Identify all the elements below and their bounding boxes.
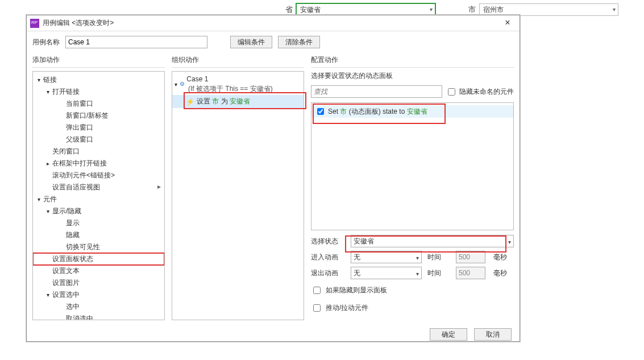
anim-in-time[interactable]: 500 <box>456 251 485 263</box>
tree-item[interactable]: 在框架中打开链接 <box>33 158 164 169</box>
action-tree[interactable]: 链接打开链接当前窗口新窗口/新标签弹出窗口父级窗口关闭窗口在框架中打开链接滚动到… <box>32 71 165 320</box>
tree-item[interactable]: 设置图片 <box>33 277 164 289</box>
tree-item-label: 打开链接 <box>52 88 80 96</box>
search-input[interactable] <box>311 85 442 98</box>
tree-item[interactable]: 父级窗口 <box>33 134 164 146</box>
top-row: 用例名称 编辑条件 清除条件 <box>27 31 520 53</box>
anim-in-label: 进入动画 <box>311 253 345 262</box>
tree-item-label: 在框架中打开链接 <box>52 159 107 167</box>
item-checkbox[interactable] <box>317 108 324 115</box>
show-if-hidden-checkbox[interactable]: 如果隐藏则显示面板 <box>311 284 514 297</box>
close-button[interactable]: × <box>499 17 516 30</box>
city-field: 市 宿州市 <box>468 3 618 16</box>
ms-label-2: 毫秒 <box>493 268 514 278</box>
condition-row: (If 被选项于 This == 安徽省) <box>172 84 304 95</box>
collapse-icon[interactable] <box>47 159 52 167</box>
right-subhead: 选择要设置状态的动态面板 <box>311 71 514 81</box>
ms-label-1: 毫秒 <box>493 253 514 262</box>
anim-in-dropdown[interactable]: 无 <box>351 251 422 263</box>
tree-item[interactable]: 显示 <box>33 217 164 229</box>
tree-item[interactable]: 元件 <box>33 193 164 205</box>
tree-item[interactable]: 取消选中 <box>33 313 164 320</box>
tree-item-label: 新窗口/新标签 <box>66 111 109 119</box>
bolt-icon: ⚡ <box>186 98 194 106</box>
anim-out-dropdown[interactable]: 无 <box>351 267 422 279</box>
province-select[interactable]: 安徽省 <box>296 3 435 16</box>
case-name-label: 用例名称 <box>32 38 60 47</box>
tree-item[interactable]: 关闭窗口 <box>33 146 164 158</box>
organize-tree[interactable]: Case 1 (If 被选项于 This == 安徽省) ⚡ 设置 市 为 安徽… <box>172 71 304 320</box>
tree-item-label: 滚动到元件<锚链接> <box>52 171 115 179</box>
chevron-right-icon: ▸ <box>157 183 164 191</box>
city-label: 市 <box>468 5 476 15</box>
anim-out-label: 退出动画 <box>311 268 345 278</box>
configure-action-panel: 配置动作 选择要设置状态的动态面板 隐藏未命名的元件 Set 市 (动态面板) … <box>311 53 514 320</box>
tree-item[interactable]: 弹出窗口 <box>33 122 164 134</box>
organize-action-panel: 组织动作 Case 1 (If 被选项于 This == 安徽省) ⚡ 设置 市… <box>172 53 304 320</box>
tree-item-label: 关闭窗口 <box>52 147 80 155</box>
dialog-title: 用例编辑 <选项改变时> <box>43 18 499 28</box>
tree-item[interactable]: 设置自适应视图 ▸ <box>33 181 164 193</box>
case-label: Case 1 <box>186 75 208 83</box>
tree-item-label: 弹出窗口 <box>66 123 93 131</box>
push-pull-checkbox[interactable]: 推动/拉动元件 <box>311 301 514 315</box>
tree-item-label: 父级窗口 <box>66 135 93 143</box>
add-action-head: 添加动作 <box>32 53 165 68</box>
select-state-dropdown[interactable]: 安徽省 <box>351 235 514 247</box>
tree-item-label: 当前窗口 <box>66 100 93 107</box>
tree-item-label: 显示 <box>66 219 80 227</box>
tree-item-label: 设置文本 <box>52 267 80 275</box>
time-label-1: 时间 <box>427 253 450 262</box>
hide-unnamed-checkbox[interactable]: 隐藏未命名的元件 <box>446 86 514 97</box>
tree-item-label: 设置选中 <box>52 291 80 299</box>
clear-condition-button[interactable]: 清除条件 <box>278 36 320 48</box>
province-field: 省 安徽省 <box>285 3 435 16</box>
cancel-button[interactable]: 取消 <box>474 328 512 341</box>
tree-item[interactable]: 当前窗口 <box>33 98 164 110</box>
tree-item-label: 链接 <box>43 76 57 84</box>
tree-item-label: 取消选中 <box>66 315 93 320</box>
expand-icon[interactable] <box>47 291 52 299</box>
tree-item-label: 切换可见性 <box>66 243 100 251</box>
tree-item[interactable]: 设置选中 <box>33 289 164 301</box>
expand-icon[interactable] <box>38 76 43 84</box>
expand-icon[interactable] <box>47 88 52 96</box>
tree-item-label: 元件 <box>43 195 57 203</box>
anim-out-time[interactable]: 500 <box>456 267 485 279</box>
tree-item-label: 显示/隐藏 <box>52 207 81 215</box>
case-editor-dialog: 用例编辑 <选项改变时> × 用例名称 编辑条件 清除条件 添加动作 链接打开链… <box>26 15 520 342</box>
tree-item-label: 设置面板状态 <box>52 255 93 263</box>
tree-item[interactable]: 选中 <box>33 301 164 313</box>
action-row[interactable]: ⚡ 设置 市 为 安徽省 <box>172 95 304 108</box>
case-name-input[interactable] <box>65 36 207 48</box>
city-select[interactable]: 宿州市 <box>479 3 618 16</box>
province-label: 省 <box>285 5 293 15</box>
expand-icon[interactable] <box>38 195 43 203</box>
tree-item[interactable]: 设置文本 <box>33 265 164 277</box>
tree-item-label: 设置图片 <box>52 279 80 287</box>
tree-item[interactable]: 显示/隐藏 <box>33 205 164 217</box>
case-row[interactable]: Case 1 <box>172 74 304 84</box>
dialog-footer: 确定 取消 <box>27 324 520 345</box>
tree-item-label: 设置自适应视图 <box>52 183 100 191</box>
app-icon <box>30 19 39 28</box>
tree-item[interactable]: 设置面板状态 <box>33 253 164 265</box>
tree-item[interactable]: 打开链接 <box>33 86 164 98</box>
edit-condition-button[interactable]: 编辑条件 <box>230 36 272 48</box>
tree-item[interactable]: 滚动到元件<锚链接> <box>33 169 164 181</box>
organize-action-head: 组织动作 <box>172 53 304 68</box>
add-action-panel: 添加动作 链接打开链接当前窗口新窗口/新标签弹出窗口父级窗口关闭窗口在框架中打开… <box>32 53 165 320</box>
configure-action-head: 配置动作 <box>311 53 514 68</box>
expand-icon[interactable] <box>47 207 52 215</box>
time-label-2: 时间 <box>427 268 450 278</box>
tree-item-label: 隐藏 <box>66 231 80 239</box>
tree-item[interactable]: 切换可见性 <box>33 241 164 253</box>
widget-list[interactable]: Set 市 (动态面板) state to 安徽省 <box>311 102 514 230</box>
tree-item-label: 选中 <box>66 303 80 311</box>
tree-item[interactable]: 隐藏 <box>33 229 164 241</box>
tree-item[interactable]: 链接 <box>33 74 164 86</box>
titlebar: 用例编辑 <选项改变时> × <box>27 15 520 31</box>
list-item[interactable]: Set 市 (动态面板) state to 安徽省 <box>311 105 513 118</box>
ok-button[interactable]: 确定 <box>430 328 467 341</box>
tree-item[interactable]: 新窗口/新标签 <box>33 110 164 122</box>
